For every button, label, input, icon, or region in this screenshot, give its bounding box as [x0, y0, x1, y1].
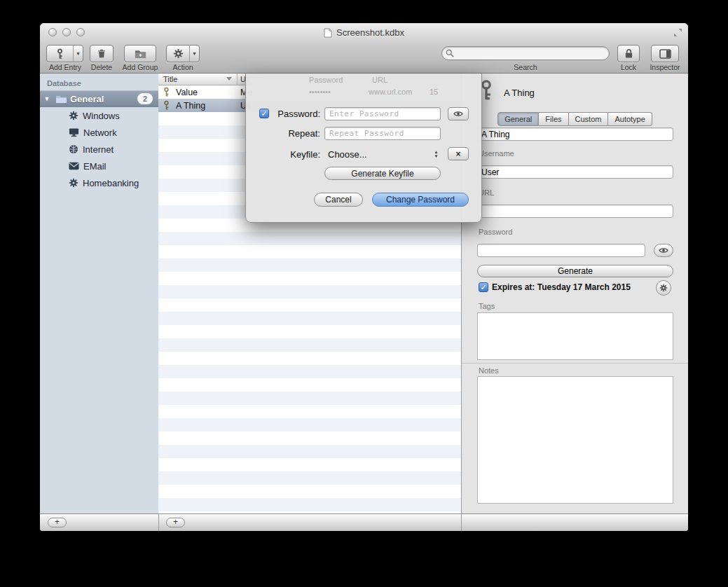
lock-label: Lock — [607, 63, 650, 71]
folder-plus-icon — [135, 49, 146, 59]
folder-icon — [55, 95, 67, 104]
generate-keyfile-label: Generate Keyfile — [351, 169, 413, 179]
cancel-button[interactable]: Cancel — [314, 193, 363, 207]
sidebar-item-label: EMail — [83, 161, 107, 172]
generate-keyfile-button[interactable]: Generate Keyfile — [324, 167, 441, 180]
chevron-down-icon[interactable]: ▼ — [189, 46, 199, 62]
inspector-label: Inspector — [644, 63, 686, 71]
password-label: Password: — [271, 109, 320, 119]
password-field[interactable] — [477, 244, 645, 257]
notes-input[interactable] — [477, 376, 673, 504]
sidebar-item-windows[interactable]: Windows — [40, 107, 158, 124]
expires-settings-button[interactable] — [656, 280, 671, 296]
username-field[interactable] — [477, 165, 673, 179]
change-password-button[interactable]: Change Password — [372, 193, 469, 207]
column-divider[interactable] — [237, 74, 238, 85]
repeat-password-input[interactable] — [324, 127, 441, 140]
expires-label: Expires at: Tuesday 17 March 2015 — [492, 282, 631, 292]
close-button[interactable] — [48, 28, 57, 36]
tab-general[interactable]: General — [497, 112, 539, 126]
action-label: Action — [166, 63, 200, 71]
lock-icon — [624, 48, 633, 59]
gear-icon — [173, 48, 184, 59]
add-group-plus-button[interactable]: + — [48, 518, 67, 527]
change-password-label: Change Password — [386, 195, 455, 205]
chevron-down-icon[interactable]: ▼ — [73, 46, 83, 62]
sidebar-item-label: Windows — [83, 111, 120, 121]
obscured-table-content: Password URL •••••••• www.url.com 15 — [246, 74, 481, 99]
generate-label: Generate — [558, 266, 593, 276]
clear-keyfile-button[interactable]: × — [448, 147, 469, 160]
generate-password-button[interactable]: Generate — [477, 265, 673, 277]
sidebar-item-email[interactable]: EMail — [40, 158, 158, 174]
sidebar-item-internet[interactable]: Internet — [40, 141, 158, 158]
key-plus-icon — [55, 48, 64, 60]
sidebar-item-homebanking[interactable]: Homebanking — [40, 174, 158, 191]
gear-icon — [69, 111, 78, 120]
entry-title: A Thing — [176, 101, 205, 111]
password-checkbox[interactable]: ✓ — [259, 109, 269, 118]
show-password-button[interactable] — [448, 107, 469, 120]
search-icon — [446, 49, 454, 57]
cancel-label: Cancel — [325, 195, 351, 205]
entry-title: Value — [176, 88, 198, 97]
app-window: Screenshot.kdbx ▼ Add Entry Delete Add G… — [40, 23, 688, 531]
notes-label: Notes — [479, 366, 499, 375]
sidebar-item-label: Network — [83, 127, 117, 138]
username-field-label: Username — [479, 149, 514, 158]
add-entry-plus-button[interactable]: + — [166, 518, 185, 527]
add-group-label: Add Group — [119, 63, 161, 71]
new-password-input[interactable] — [324, 107, 441, 120]
change-password-sheet: Password URL •••••••• www.url.com 15 ✓ P… — [245, 74, 482, 223]
key-icon — [163, 87, 170, 97]
repeat-label: Repeat: — [271, 128, 320, 139]
sidebar-group-general[interactable]: ▼ General 2 — [40, 90, 158, 107]
add-entry-label: Add Entry — [41, 63, 90, 71]
tab-autotype[interactable]: Autotype — [608, 112, 652, 126]
entry-count-badge: 2 — [137, 93, 153, 104]
plus-icon: + — [173, 517, 178, 527]
title-field[interactable] — [477, 127, 673, 141]
globe-icon — [69, 144, 78, 154]
lock-button[interactable] — [617, 45, 640, 62]
keyfile-popup-button[interactable]: Choose... — [328, 149, 367, 160]
sidebar: Database ▼ General 2 Windows Network Int… — [40, 74, 158, 513]
toolbar: ▼ Add Entry Delete Add Group ▼ Action — [40, 42, 688, 74]
traffic-lights — [48, 28, 85, 36]
eye-icon — [453, 111, 463, 117]
gear-icon — [69, 178, 78, 188]
add-group-button[interactable] — [124, 45, 156, 62]
delete-label: Delete — [84, 63, 119, 71]
desktop: Screenshot.kdbx ▼ Add Entry Delete Add G… — [0, 0, 728, 587]
search-input[interactable] — [441, 46, 610, 60]
fullscreen-icon[interactable] — [673, 28, 682, 37]
inspector-panel-icon — [659, 49, 671, 59]
action-button[interactable]: ▼ — [166, 45, 200, 62]
delete-button[interactable] — [90, 45, 114, 62]
inspector-entry-title: A Thing — [504, 88, 535, 98]
show-password-button[interactable] — [654, 244, 673, 257]
plus-icon: + — [55, 517, 60, 527]
url-field[interactable] — [477, 205, 673, 218]
stepper-icon[interactable]: ▲▼ — [432, 147, 440, 160]
inspector-tabs: General Files Custom Autotype — [462, 112, 688, 126]
add-entry-button[interactable]: ▼ — [46, 45, 83, 62]
sidebar-item-label: Homebanking — [83, 178, 139, 188]
column-header-title[interactable]: Title — [163, 75, 177, 83]
trash-icon — [97, 48, 107, 59]
disclosure-triangle-icon[interactable]: ▼ — [40, 95, 54, 102]
tab-files[interactable]: Files — [539, 112, 568, 126]
sidebar-item-label: Internet — [83, 144, 114, 155]
zoom-button[interactable] — [76, 28, 85, 36]
expires-checkbox[interactable]: ✓ — [479, 282, 488, 292]
close-icon: × — [455, 149, 460, 159]
inspector-button[interactable] — [651, 45, 679, 62]
tags-input[interactable] — [477, 312, 673, 360]
titlebar[interactable]: Screenshot.kdbx — [40, 23, 688, 42]
search-label: Search — [441, 63, 610, 71]
sidebar-item-network[interactable]: Network — [40, 124, 158, 141]
tab-custom[interactable]: Custom — [569, 112, 609, 126]
minimize-button[interactable] — [62, 28, 71, 36]
key-icon — [163, 100, 170, 111]
sort-indicator-icon — [226, 77, 232, 81]
